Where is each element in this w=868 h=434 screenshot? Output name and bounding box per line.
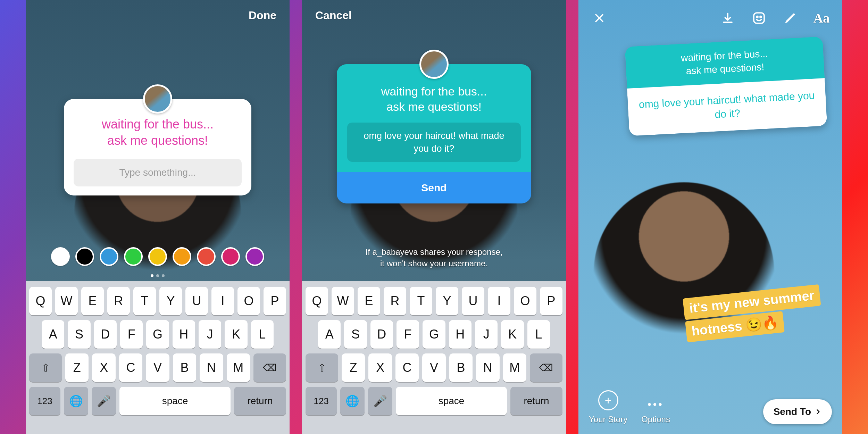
key-p[interactable]: P <box>540 287 562 315</box>
close-icon[interactable] <box>590 9 608 27</box>
key-q[interactable]: Q <box>29 287 52 315</box>
key-k[interactable]: K <box>501 320 524 349</box>
key-z[interactable]: Z <box>342 353 365 382</box>
draw-icon[interactable] <box>781 9 799 27</box>
key-i[interactable]: I <box>488 287 510 315</box>
color-swatch[interactable] <box>173 247 191 266</box>
key-o[interactable]: O <box>237 287 260 315</box>
backspace-key[interactable]: ⌫ <box>253 353 286 382</box>
key-u[interactable]: U <box>185 287 208 315</box>
color-swatch-row <box>26 247 290 266</box>
key-s[interactable]: S <box>68 320 90 349</box>
screen-answer-question: Cancel waiting for the bus... ask me que… <box>302 0 566 434</box>
key-n[interactable]: N <box>200 353 223 382</box>
key-f[interactable]: F <box>397 320 419 349</box>
sticker-icon[interactable] <box>750 9 768 27</box>
ios-keyboard[interactable]: QWERTYUIOPASDFGHJKL⇧ZXCVBNM⌫123🌐🎤spacere… <box>302 281 566 434</box>
key-w[interactable]: W <box>55 287 78 315</box>
color-swatch[interactable] <box>148 247 167 266</box>
key-l[interactable]: L <box>251 320 274 349</box>
return-key[interactable]: return <box>510 387 562 415</box>
key-t[interactable]: T <box>133 287 156 315</box>
plus-icon: + <box>598 390 618 410</box>
key-q[interactable]: Q <box>306 287 328 315</box>
key-s[interactable]: S <box>344 320 367 349</box>
key-e[interactable]: E <box>358 287 380 315</box>
key-c[interactable]: C <box>395 353 419 382</box>
key-p[interactable]: P <box>264 287 286 315</box>
color-swatch[interactable] <box>100 247 118 266</box>
key-h[interactable]: H <box>173 320 195 349</box>
key-k[interactable]: K <box>225 320 247 349</box>
key-y[interactable]: Y <box>159 287 182 315</box>
key-b[interactable]: B <box>173 353 196 382</box>
return-key[interactable]: return <box>234 387 286 415</box>
options-button[interactable]: ••• Options <box>641 394 670 424</box>
key-e[interactable]: E <box>81 287 104 315</box>
space-key[interactable]: space <box>119 387 231 415</box>
key-c[interactable]: C <box>119 353 142 382</box>
key-g[interactable]: G <box>146 320 169 349</box>
globe-key[interactable]: 🌐 <box>340 387 365 415</box>
color-swatch[interactable] <box>124 247 143 266</box>
key-d[interactable]: D <box>370 320 393 349</box>
question-sticker-editor[interactable]: waiting for the bus... ask me questions!… <box>64 99 251 195</box>
key-a[interactable]: A <box>318 320 341 349</box>
color-swatch[interactable] <box>221 247 240 266</box>
story-share-bar: + Your Story ••• Options Send To <box>578 390 842 424</box>
key-h[interactable]: H <box>449 320 471 349</box>
send-to-button[interactable]: Send To <box>763 399 832 424</box>
color-swatch[interactable] <box>51 247 70 266</box>
key-r[interactable]: R <box>384 287 406 315</box>
color-swatch[interactable] <box>245 247 264 266</box>
shift-key[interactable]: ⇧ <box>29 353 62 382</box>
key-i[interactable]: I <box>211 287 234 315</box>
shift-key[interactable]: ⇧ <box>306 353 338 382</box>
key-z[interactable]: Z <box>65 353 89 382</box>
your-story-button[interactable]: + Your Story <box>589 390 627 424</box>
mic-key[interactable]: 🎤 <box>92 387 116 415</box>
key-t[interactable]: T <box>410 287 432 315</box>
key-l[interactable]: L <box>527 320 550 349</box>
key-r[interactable]: R <box>107 287 130 315</box>
pager-dot <box>162 274 165 277</box>
key-m[interactable]: M <box>227 353 250 382</box>
pager-dot <box>151 274 153 277</box>
key-y[interactable]: Y <box>436 287 458 315</box>
color-swatch[interactable] <box>197 247 216 266</box>
cancel-button[interactable]: Cancel <box>315 9 352 22</box>
key-d[interactable]: D <box>94 320 117 349</box>
key-x[interactable]: X <box>92 353 115 382</box>
key-u[interactable]: U <box>462 287 484 315</box>
key-v[interactable]: V <box>422 353 445 382</box>
question-prompt-text: waiting for the bus... ask me questions! <box>347 84 521 114</box>
screen-share-response: Aa waiting for the bus... ask me questio… <box>578 0 842 434</box>
numbers-key[interactable]: 123 <box>306 387 337 415</box>
space-key[interactable]: space <box>396 387 507 415</box>
globe-key[interactable]: 🌐 <box>64 387 88 415</box>
key-g[interactable]: G <box>423 320 445 349</box>
key-m[interactable]: M <box>503 353 526 382</box>
key-x[interactable]: X <box>368 353 392 382</box>
key-j[interactable]: J <box>475 320 498 349</box>
mic-key[interactable]: 🎤 <box>368 387 392 415</box>
key-o[interactable]: O <box>514 287 536 315</box>
key-v[interactable]: V <box>146 353 169 382</box>
question-response-sticker[interactable]: waiting for the bus... ask me questions!… <box>625 36 827 136</box>
key-b[interactable]: B <box>449 353 473 382</box>
backspace-key[interactable]: ⌫ <box>530 353 562 382</box>
ios-keyboard[interactable]: QWERTYUIOPASDFGHJKL⇧ZXCVBNM⌫123🌐🎤spacere… <box>26 281 290 434</box>
key-n[interactable]: N <box>476 353 499 382</box>
numbers-key[interactable]: 123 <box>29 387 60 415</box>
key-f[interactable]: F <box>120 320 143 349</box>
question-prompt-text[interactable]: waiting for the bus... ask me questions! <box>74 116 242 149</box>
answer-input[interactable]: omg love your haircut! what made you do … <box>347 123 521 162</box>
send-button[interactable]: Send <box>337 172 531 203</box>
key-w[interactable]: W <box>332 287 354 315</box>
save-icon[interactable] <box>719 9 737 27</box>
text-icon[interactable]: Aa <box>812 9 831 27</box>
key-j[interactable]: J <box>199 320 221 349</box>
key-a[interactable]: A <box>42 320 64 349</box>
done-button[interactable]: Done <box>249 9 276 22</box>
color-swatch[interactable] <box>75 247 94 266</box>
